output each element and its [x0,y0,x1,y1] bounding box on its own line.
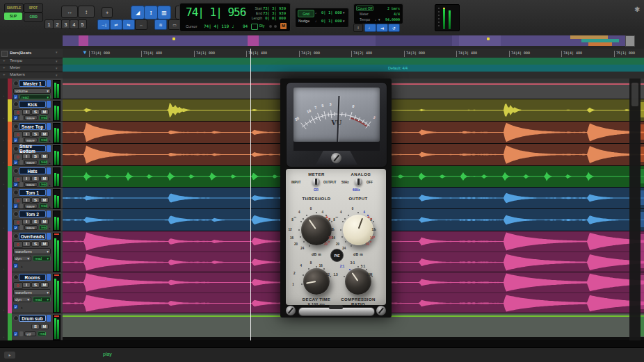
track-name[interactable]: Snare Top [19,123,46,130]
solo-button[interactable]: S [31,176,40,181]
track-name[interactable]: Kick [19,101,46,108]
playlist-selector-icon[interactable] [47,167,51,174]
playlist-selector-icon[interactable] [47,123,51,130]
timebase-checkbox[interactable]: ✓ [13,304,18,309]
count-in-button[interactable]: ⇉ [376,24,388,32]
automation-mode-selector[interactable]: read▾ [33,297,51,302]
automation-mode-selector[interactable]: read [39,182,47,187]
zoom-horizontal-button[interactable]: ↔ [61,6,78,18]
ruler-row-menu-icon[interactable]: ▾ [56,59,58,63]
mute-button[interactable]: M [40,324,49,329]
status-menu-icon[interactable]: ▸ [4,352,15,359]
mute-button[interactable]: M [40,154,49,159]
end-value[interactable]: 73| 3| 939 [262,11,286,15]
timebase-checkbox[interactable]: ✓ [13,331,18,336]
zoom-preset-5[interactable]: 5 [78,19,87,29]
automation-lane-toggle-icon[interactable]: ▴ [49,226,51,230]
bars-beats-ruler[interactable]: 73|4| 00073|4| 48074|1| 00074|1| 48074|2… [63,49,644,58]
track-name[interactable]: Overheads [19,233,46,240]
elastic-audio-icon[interactable] [19,138,23,142]
timebase-checkbox[interactable]: ✓ [13,115,18,120]
track-header-snare-top[interactable]: ◦Snare TopISM✓waveread▴ [0,122,63,144]
automation-lane-toggle-icon[interactable]: ▴ [49,161,51,165]
insertion-follows-button[interactable]: ↔ [135,19,147,30]
length-value[interactable]: 0| 0| 000 [262,16,286,20]
track-header-hats[interactable]: ◦HatsISM✓waveread▴ [0,166,63,188]
timeline-insertion-icon[interactable] [251,24,258,30]
mute-button[interactable]: M [40,219,49,224]
delay-indicator[interactable]: Dly [259,24,264,28]
solo-button[interactable]: S [31,197,40,203]
elastic-audio-icon[interactable] [19,204,23,208]
grid-note-icon[interactable]: ♩ [315,10,319,15]
track-header-tom-2[interactable]: ◦Tom 2ISM✓waveread▴ [0,209,63,231]
overview-end-box[interactable] [625,35,635,47]
edit-mode-slip[interactable]: SLIP [4,13,22,20]
track-view-selector[interactable]: wave [24,160,38,165]
track-header-snare-bottom[interactable]: ◦Snare BottomISM✓waveread▴ [0,144,63,166]
nudge-note-icon[interactable]: ♩ [315,19,319,23]
track-view-selector[interactable]: volume▾ [13,88,51,94]
track-view-selector[interactable]: wave [24,182,38,187]
track-header-drum-sub[interactable]: ◦Drum subSM✓volread [0,313,63,340]
ruler-expand-icon[interactable]: + [3,65,6,69]
meter-value[interactable]: 4/4 [378,12,400,16]
edit-mode-grid[interactable]: GRID [24,13,43,22]
playlist-selector-icon[interactable] [47,315,51,322]
elastic-audio-icon[interactable] [19,182,23,187]
scrollbar-thumb[interactable] [631,83,638,106]
elastic-audio-icon[interactable] [19,331,23,336]
track-name[interactable]: Hats [19,167,46,174]
solo-button[interactable]: S [31,282,40,288]
playlist-selector-icon[interactable] [47,211,51,217]
track-view-selector[interactable]: waveform▾ [13,289,51,295]
grid-value[interactable]: 0| 1| 000 [321,10,342,15]
count-off-button[interactable]: Count Off [356,6,373,11]
main-counter[interactable]: 74| 1| 956 [186,6,245,19]
solo-button[interactable]: S [31,131,40,137]
automation-mode-selector[interactable]: read▾ [33,256,51,261]
start-value[interactable]: 73| 3| 939 [262,6,286,10]
timebase-checkbox[interactable]: ✓ [13,160,18,165]
analog-switch[interactable] [355,178,362,186]
timebase-checkbox[interactable]: ✓ [13,225,18,230]
track-view-selector[interactable]: vol [24,331,36,336]
track-view-selector[interactable]: wave [24,115,38,120]
automation-lane-toggle-icon[interactable]: ▴ [49,204,51,208]
mute-button[interactable]: M [40,109,49,115]
edit-mode-spot[interactable]: SPOT [24,3,43,13]
ruler-row-menu-icon[interactable]: ▾ [56,50,58,54]
track-name[interactable]: Tom 2 [19,211,46,217]
track-name[interactable]: Snare Bottom [19,145,46,152]
automation-lane-toggle-icon[interactable]: ▴ [49,183,51,187]
track-view-selector[interactable]: wave [24,204,38,208]
solo-button[interactable]: S [31,324,40,329]
input-button[interactable]: I [22,197,31,203]
session-overview-strip[interactable] [0,33,644,49]
meter-label[interactable]: Meter [360,12,369,16]
elastic-audio-icon[interactable] [19,115,23,120]
automation-mode-selector[interactable]: read [38,331,46,336]
ruler-row-menu-icon[interactable]: ▾ [56,73,58,77]
mute-button[interactable]: M [40,282,49,288]
automation-lane-toggle-icon[interactable]: ▴ [21,264,23,268]
ruler-expand-icon[interactable]: + [3,72,6,76]
solo-button[interactable]: S [31,219,40,224]
meter-switch[interactable] [312,178,320,186]
timebase-checkbox[interactable]: ✓ [13,263,18,268]
automation-lane-toggle-icon[interactable]: ▴ [49,116,51,120]
transport-options-icon[interactable]: ‖ [353,24,363,32]
timebase-checkbox[interactable]: ✓ [13,138,18,142]
automation-mode-selector[interactable]: read [39,115,47,120]
mute-button[interactable]: M [40,131,49,137]
zoom-vertical-button[interactable]: ↕ [78,6,95,18]
track-view-selector[interactable]: waveform▾ [13,248,51,254]
midi-merge-indicator[interactable]: M [280,23,287,29]
input-button[interactable]: I [22,109,31,115]
playlist-selector-icon[interactable] [47,233,51,240]
track-header-tom-1[interactable]: ◦Tom 1ISM✓waveread▴ [0,188,63,209]
automation-mode-selector[interactable]: read▾ [19,94,51,99]
grid-dropdown-icon[interactable]: ▾ [343,10,345,15]
elastic-audio-icon[interactable] [19,225,23,230]
playlist-selector-icon[interactable] [47,189,51,196]
